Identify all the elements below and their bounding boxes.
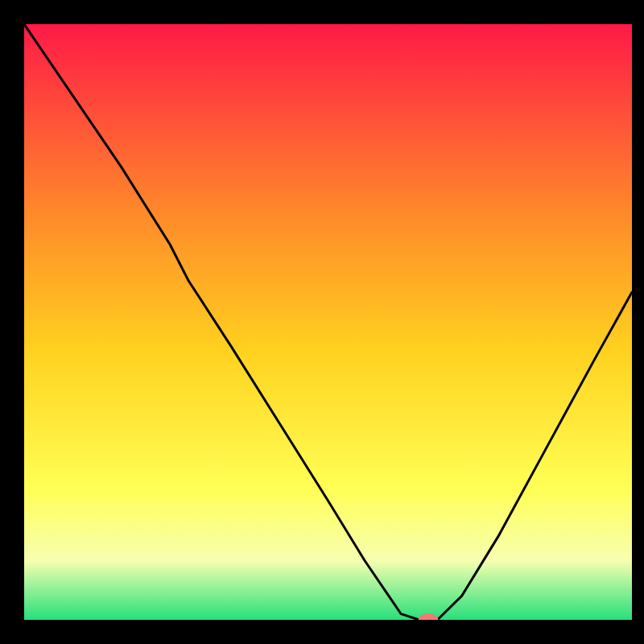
chart-frame: { "attribution": "TheBottleneck.com", "c… xyxy=(0,0,644,644)
top-border xyxy=(0,0,644,24)
right-border xyxy=(632,0,644,644)
plot-background xyxy=(24,24,632,620)
left-axis xyxy=(0,0,24,644)
bottleneck-chart xyxy=(0,0,644,644)
bottom-axis xyxy=(0,620,644,644)
